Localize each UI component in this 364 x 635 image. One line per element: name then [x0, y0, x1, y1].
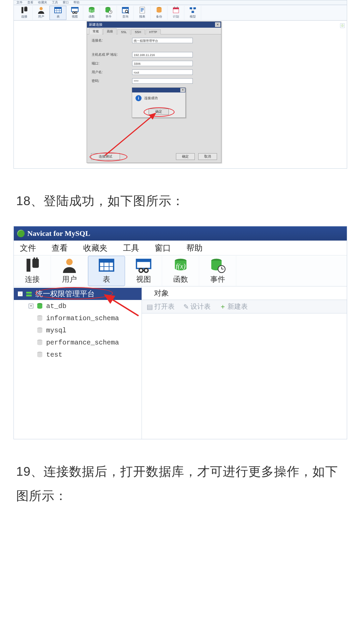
tree-connection-node[interactable]: − 统一权限管理平台 — [14, 288, 142, 300]
view-icon — [136, 257, 151, 273]
database-icon — [36, 303, 43, 309]
port-input[interactable]: 3306 — [132, 61, 193, 66]
database-icon — [36, 339, 43, 346]
tree-connection-label: 统一权限管理平台 — [35, 289, 95, 299]
clock-icon — [210, 257, 225, 273]
toolbar-query-button[interactable]: 查询 — [117, 6, 134, 20]
dialog-title: 新建连接 — [89, 22, 102, 27]
toolbar-report-button[interactable]: 报表 — [134, 6, 151, 20]
main-toolbar: 连接用户表视图函数事件查询报表备份计划模型 — [14, 5, 347, 21]
report-icon — [139, 6, 146, 14]
navicat-icon — [17, 230, 25, 237]
tree-db-label: mysql — [46, 327, 66, 334]
toolbar-view-button[interactable]: 视图 — [66, 6, 83, 20]
port-label: 端口: — [92, 61, 132, 66]
svg-rect-2 — [26, 295, 32, 297]
conn-name-input[interactable]: 统一权限管理平台 — [132, 38, 193, 43]
fx-icon — [88, 6, 95, 14]
toolbar-clock-button[interactable]: 事件 — [199, 256, 236, 286]
toolbar-plug-button[interactable]: 连接 — [14, 256, 51, 286]
step-18-caption: 18、登陆成功，如下图所示： — [16, 189, 348, 213]
menu-bar: 文件 查看 收藏夹 工具 窗口 帮助 — [14, 241, 347, 255]
tree-db-label: test — [46, 351, 62, 359]
toolbar-plug-button[interactable]: 连接 — [16, 6, 33, 20]
plug-icon — [25, 257, 40, 273]
ok-button[interactable]: 确定 — [176, 153, 195, 160]
toolbar-fx-button[interactable]: 函数 — [83, 6, 100, 20]
fx-icon — [173, 257, 188, 273]
user-input[interactable]: root — [132, 70, 193, 75]
msgbox-ok-button[interactable]: 确定 — [149, 109, 169, 115]
toolbar-table-button[interactable]: 表 — [88, 256, 125, 286]
toolbar-user-button[interactable]: 用户 — [51, 256, 88, 286]
menu-item[interactable]: 文件 — [17, 0, 23, 5]
tree-db-node[interactable]: information_schema — [14, 312, 142, 324]
tab-ssl[interactable]: SSL — [117, 29, 130, 34]
dialog-title-bar: 新建连接 ✕ — [87, 22, 221, 28]
host-input[interactable]: 192.168.11.216 — [132, 52, 193, 57]
content-tab[interactable]: 对象 — [142, 286, 347, 300]
toolbar-plan-button[interactable]: 计划 — [168, 6, 184, 20]
menu-item[interactable]: 帮助 — [73, 0, 80, 5]
success-msgbox: ✕ i 连接成功 确定 — [132, 87, 186, 118]
table-icon — [54, 6, 62, 14]
action-bar: ▤打开表 ✎设计表 ＋新建表 — [142, 300, 347, 313]
menu-bar: 文件 查看 收藏夹 工具 窗口 帮助 — [14, 0, 347, 5]
toolbar-model-button[interactable]: 模型 — [184, 6, 201, 20]
toolbar-clock-button[interactable]: 事件 — [100, 6, 117, 20]
tab-ssh[interactable]: SSH — [131, 29, 145, 34]
pwd-label: 密码: — [92, 79, 132, 83]
design-table-button[interactable]: ✎设计表 — [183, 302, 211, 311]
connection-tree: − 统一权限管理平台 +at_dbinformation_schemamysql… — [14, 286, 142, 439]
toolbar-fx-button[interactable]: 函数 — [162, 256, 199, 286]
screenshot-login-success: Navicat for MySQL 文件 查看 收藏夹 工具 窗口 帮助 连接用… — [13, 226, 347, 439]
toolbar-table-button[interactable]: 表 — [50, 6, 66, 20]
database-icon — [36, 351, 43, 358]
toolbar-view-button[interactable]: 视图 — [125, 256, 162, 286]
menu-item[interactable]: 查看 — [52, 243, 68, 253]
menu-item[interactable]: 工具 — [52, 0, 58, 5]
svg-rect-1 — [26, 292, 32, 294]
menu-item[interactable]: 收藏夹 — [83, 243, 108, 253]
dialog-tabs: 常规 高级 SSL SSH HTTP — [87, 28, 221, 34]
info-icon: i — [135, 95, 142, 101]
user-icon — [37, 6, 45, 14]
tab-general[interactable]: 常规 — [89, 28, 102, 34]
open-table-button[interactable]: ▤打开表 — [147, 302, 175, 311]
table-icon — [99, 257, 114, 273]
clock-icon — [105, 6, 112, 14]
menu-item[interactable]: 窗口 — [63, 0, 69, 5]
tree-db-node[interactable]: performance_schema — [14, 336, 142, 349]
close-icon[interactable]: ✕ — [180, 88, 185, 92]
database-icon — [36, 315, 43, 322]
app-title: Navicat for MySQL — [27, 229, 90, 238]
menu-item[interactable]: 工具 — [123, 243, 139, 253]
tab-http[interactable]: HTTP — [146, 29, 161, 34]
cancel-button[interactable]: 取消 — [198, 153, 217, 160]
menu-item[interactable]: 帮助 — [186, 243, 203, 253]
menu-item[interactable]: 窗口 — [155, 243, 171, 253]
toolbar-user-button[interactable]: 用户 — [33, 6, 50, 20]
tree-db-node[interactable]: mysql — [14, 324, 142, 336]
menu-item[interactable]: 文件 — [20, 243, 36, 253]
menu-item[interactable]: 查看 — [27, 0, 33, 5]
pwd-input[interactable]: **** — [132, 78, 193, 84]
tag-icon[interactable]: ⦾ — [340, 23, 345, 28]
toolbar-backup-button[interactable]: 备份 — [151, 6, 168, 20]
tree-db-node[interactable]: +at_db — [14, 300, 142, 312]
query-icon — [122, 6, 129, 14]
conn-name-label: 连接名: — [92, 38, 132, 43]
server-icon — [25, 291, 33, 297]
tree-db-label: performance_schema — [46, 339, 119, 347]
open-icon: ▤ — [147, 303, 153, 311]
msgbox-text: 连接成功 — [144, 96, 158, 101]
tab-advanced[interactable]: 高级 — [103, 28, 117, 34]
plan-icon — [172, 6, 180, 14]
new-table-button[interactable]: ＋新建表 — [219, 302, 248, 311]
menu-item[interactable]: 收藏夹 — [38, 0, 47, 5]
close-icon[interactable]: ✕ — [215, 22, 220, 27]
tree-db-node[interactable]: test — [14, 349, 142, 361]
test-connection-button[interactable]: 连接测试 — [91, 153, 120, 160]
user-icon — [62, 257, 77, 273]
app-title-bar: Navicat for MySQL — [14, 226, 347, 241]
